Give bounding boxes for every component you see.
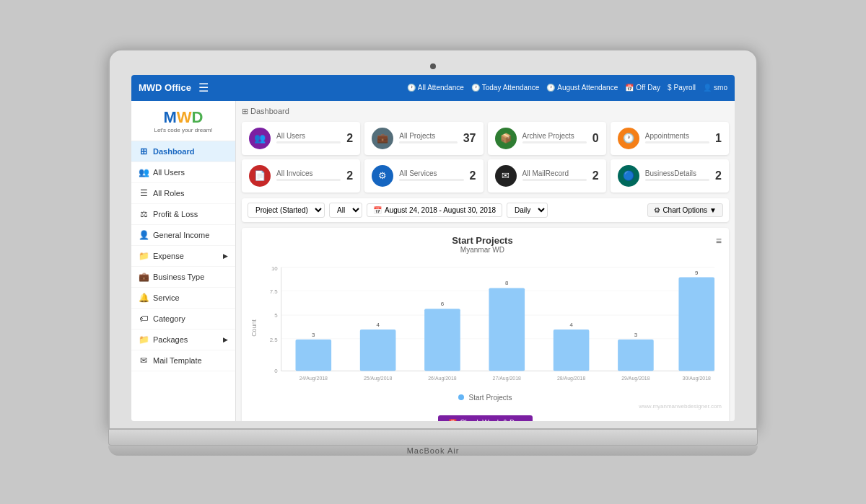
screen: MWD Office ☰ 🕐 All Attendance 🕐 Today At… (131, 75, 735, 421)
stat-card-allinvoices[interactable]: 📄 All Invoices 2 (242, 159, 360, 193)
businessdetails-label: BusinessDetails (645, 169, 709, 177)
sidebar-label-allusers: All Users (153, 168, 185, 177)
stat-card-archiveprojects[interactable]: 📦 Archive Projects 0 (488, 122, 606, 155)
appointments-icon: 🕐 (618, 128, 639, 149)
allprojects-value: 37 (463, 132, 476, 145)
stat-card-allprojects[interactable]: 💼 All Projects 37 (364, 122, 483, 155)
expense-arrow: ▶ (223, 252, 228, 260)
sidebar-item-expense[interactable]: 📁 Expense ▶ (131, 246, 235, 267)
bar-chart-svg: Count 10 7.5 5 (249, 260, 722, 389)
allservices-bar (399, 179, 463, 181)
chart-legend: Start Projects (249, 394, 722, 402)
sidebar-label-businesstype: Business Type (153, 273, 204, 281)
sidebar-item-dashboard[interactable]: ⊞ Dashboard (131, 141, 235, 162)
svg-text:27/Aug/2018: 27/Aug/2018 (493, 376, 521, 381)
content-area: ⊞ Dashboard 👥 All Users 2 (236, 101, 735, 421)
range-select[interactable]: All (329, 203, 362, 218)
sidebar-item-category[interactable]: 🏷 Category (131, 309, 235, 330)
app: MWD Office ☰ 🕐 All Attendance 🕐 Today At… (131, 75, 735, 421)
mailrecord-icon: ✉ (495, 165, 517, 187)
businessdetails-icon: 🔵 (618, 165, 639, 187)
off-day-link[interactable]: 📅 Off Day (625, 84, 660, 92)
sidebar-item-profitloss[interactable]: ⚖ Profit & Loss (131, 204, 235, 225)
sidebar-label-generalincome: General Income (153, 231, 209, 239)
today-attendance-link[interactable]: 🕐 Today Attendance (471, 84, 540, 92)
logo-tagline: Let's code your dream! (139, 127, 228, 133)
sidebar-item-generalincome[interactable]: 👤 General Income (131, 225, 235, 246)
allinvoices-value: 2 (346, 169, 353, 182)
camera (430, 63, 436, 69)
user-link[interactable]: 👤 smo (703, 84, 727, 92)
sidebar: MWD Let's code your dream! ⊞ Dashboard 👥 (131, 101, 236, 421)
chart-area: Count 10 7.5 5 (249, 260, 722, 389)
legend-label: Start Projects (468, 394, 512, 402)
calendar-icon: 📅 (373, 206, 382, 214)
bar-3 (424, 309, 460, 371)
svg-text:8: 8 (505, 280, 509, 286)
businessdetails-value: 2 (715, 169, 722, 182)
sidebar-item-packages[interactable]: 📁 Packages ▶ (131, 330, 235, 350)
expense-icon: 📁 (139, 251, 149, 261)
mailrecord-label: All MailRecord (522, 169, 587, 177)
project-type-select[interactable]: Project (Started) (248, 203, 325, 218)
svg-text:10: 10 (271, 265, 278, 271)
all-attendance-link[interactable]: 🕐 All Attendance (407, 84, 464, 92)
svg-text:4: 4 (569, 321, 573, 327)
generalincome-icon: 👤 (139, 230, 149, 240)
payroll-link[interactable]: $ Payroll (668, 84, 696, 92)
sidebar-item-allusers[interactable]: 👥 All Users (131, 162, 235, 183)
allusers-bar (276, 141, 341, 143)
sidebar-label-allroles: All Roles (153, 189, 184, 198)
sidebar-item-service[interactable]: 🔔 Service (131, 288, 235, 309)
allprojects-bar (399, 141, 457, 143)
appointments-value: 1 (715, 132, 722, 145)
chart-menu-icon[interactable]: ≡ (716, 235, 722, 247)
businesstype-icon: 💼 (139, 272, 149, 282)
stat-card-businessdetails[interactable]: 🔵 BusinessDetails 2 (611, 159, 729, 193)
appointments-bar (645, 141, 709, 143)
august-attendance-link[interactable]: 🕐 August Attendance (546, 84, 618, 92)
chart-watermark: www.myanmarwebdesigner.com (249, 403, 722, 410)
stat-card-mailrecord[interactable]: ✉ All MailRecord 2 (488, 159, 606, 193)
bar-1 (296, 339, 332, 371)
laptop-bottom-label: MacBook Air (108, 446, 758, 456)
breadcrumb-label: Dashboard (250, 107, 289, 115)
main-container: MWD Let's code your dream! ⊞ Dashboard 👥 (131, 101, 735, 421)
laptop-base (108, 430, 758, 446)
laptop: MWD Office ☰ 🕐 All Attendance 🕐 Today At… (108, 49, 758, 456)
sidebar-item-mailtemplate[interactable]: ✉ Mail Template (131, 350, 235, 371)
topnav: MWD Office ☰ 🕐 All Attendance 🕐 Today At… (131, 75, 735, 101)
interval-select[interactable]: Daily (507, 203, 548, 218)
svg-text:7.5: 7.5 (270, 288, 279, 295)
mailtemplate-icon: ✉ (139, 355, 149, 366)
packages-arrow: ▶ (223, 336, 228, 343)
allinvoices-label: All Invoices (276, 169, 341, 177)
svg-text:9: 9 (695, 269, 699, 275)
sidebar-label-service: Service (153, 293, 180, 302)
allinvoices-icon: 📄 (249, 165, 271, 187)
date-range-picker[interactable]: 📅 August 24, 2018 - August 30, 2018 (367, 203, 502, 217)
check-btn-container: 📅 Check Week & Day (249, 415, 722, 421)
svg-text:28/Aug/2018: 28/Aug/2018 (557, 376, 585, 381)
archiveprojects-value: 0 (592, 132, 599, 145)
bar-7 (678, 277, 714, 371)
svg-text:5: 5 (274, 312, 278, 319)
stat-card-allservices[interactable]: ⚙ All Services 2 (364, 159, 483, 193)
stat-card-allusers[interactable]: 👥 All Users 2 (242, 122, 360, 155)
sidebar-item-businesstype[interactable]: 💼 Business Type (131, 267, 235, 288)
check-week-day-button[interactable]: 📅 Check Week & Day (438, 415, 533, 421)
stat-cards: 👥 All Users 2 💼 All Projects (242, 122, 729, 193)
sidebar-item-allroles[interactable]: ☰ All Roles (131, 183, 235, 204)
mailrecord-bar (522, 179, 587, 181)
svg-text:3: 3 (312, 331, 315, 337)
menu-toggle[interactable]: ☰ (198, 81, 209, 94)
logo-w: W (177, 108, 192, 126)
sidebar-label-profitloss: Profit & Loss (153, 210, 198, 218)
sidebar-label-dashboard: Dashboard (153, 147, 194, 156)
category-icon: 🏷 (139, 314, 149, 324)
chart-options-btn[interactable]: ⚙ Chart Options ▼ (647, 203, 723, 217)
check-btn-label: Check Week & Day (460, 419, 522, 421)
date-range-label: August 24, 2018 - August 30, 2018 (385, 206, 496, 214)
svg-text:29/Aug/2018: 29/Aug/2018 (621, 376, 650, 381)
stat-card-appointments[interactable]: 🕐 Appointments 1 (611, 122, 729, 155)
